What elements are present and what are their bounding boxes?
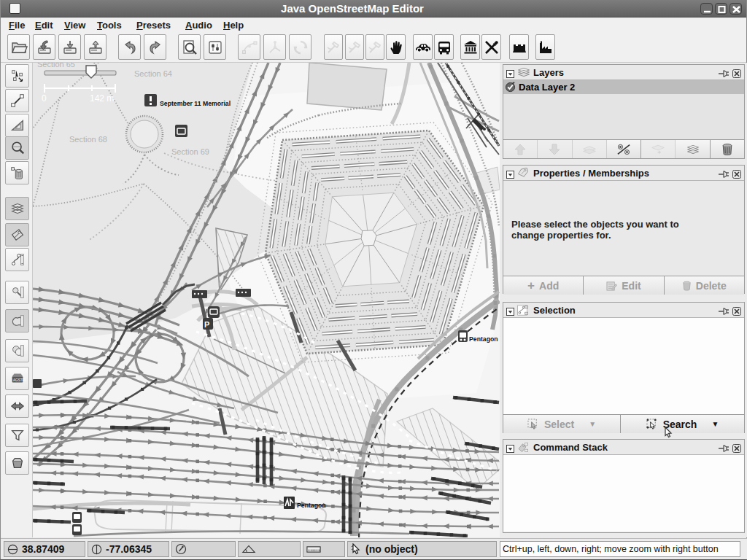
svg-text:P: P (204, 320, 209, 329)
svg-text:AGSTREE: AGSTREE (13, 378, 26, 382)
svg-text:Pentagon: Pentagon (297, 502, 326, 509)
svg-text:0: 0 (42, 93, 47, 104)
svg-text:Section 68: Section 68 (69, 135, 107, 144)
svg-text:Section 65: Section 65 (37, 63, 75, 69)
svg-text:September 11 Memorial: September 11 Memorial (160, 100, 231, 107)
svg-text:142 m: 142 m (90, 93, 114, 104)
svg-text:Section 69: Section 69 (171, 147, 209, 156)
svg-text:Section 64: Section 64 (134, 69, 172, 78)
svg-text:Pentagon: Pentagon (469, 335, 498, 343)
